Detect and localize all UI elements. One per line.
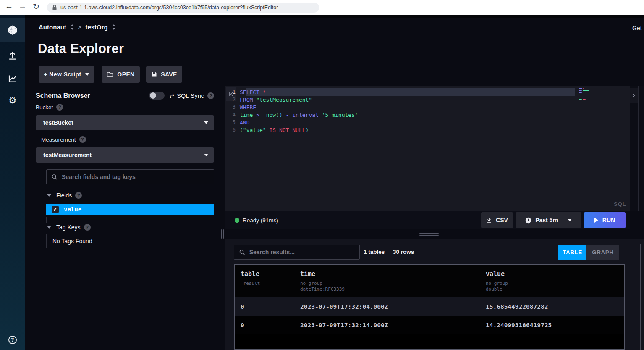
- measurement-label-row: Measurement ?: [41, 136, 86, 143]
- measurement-label: Measurement: [41, 137, 76, 143]
- settings-nav-item[interactable]: ⚙: [0, 94, 25, 107]
- page-title: Data Explorer: [38, 41, 124, 56]
- schema-search-input[interactable]: [62, 174, 209, 180]
- column-value: value no groupdouble: [486, 270, 624, 297]
- table-row: 0 2023-07-09T17:32:14.000Z 14.2409931864…: [235, 316, 624, 334]
- help-icon: ?: [8, 336, 17, 344]
- save-icon: [151, 71, 157, 77]
- open-button[interactable]: OPEN: [102, 66, 140, 83]
- new-script-button[interactable]: + New Script: [39, 66, 94, 83]
- csv-label: CSV: [496, 217, 508, 224]
- breadcrumb: Autonaut > testOrg: [39, 24, 115, 31]
- new-script-label: + New Script: [44, 71, 81, 78]
- vertical-splitter-handle[interactable]: [221, 229, 224, 239]
- tree-guide-line: [46, 234, 47, 248]
- influxdb-logo[interactable]: [0, 18, 25, 42]
- chevron-down-icon: [204, 154, 208, 156]
- gear-icon: ⚙: [9, 95, 17, 105]
- load-data-nav-item[interactable]: [0, 50, 25, 62]
- save-button[interactable]: SAVE: [146, 66, 182, 83]
- results-search-input[interactable]: [249, 249, 354, 255]
- status-text: Ready (91ms): [243, 217, 278, 224]
- schema-browser-title: Schema Browser: [36, 92, 90, 100]
- bucket-label: Bucket: [36, 104, 53, 111]
- influxdb-cube-icon: [7, 25, 18, 36]
- editor-minimap[interactable]: [579, 88, 594, 101]
- collapse-caret-icon[interactable]: [47, 226, 51, 229]
- rows-count: 30 rows: [393, 249, 414, 255]
- play-icon: [594, 218, 598, 223]
- field-item-value[interactable]: ✓ value: [46, 204, 214, 215]
- sql-sync-icon: ⇄: [170, 92, 175, 99]
- field-value-label: value: [64, 206, 81, 213]
- upload-icon: [8, 51, 17, 61]
- browser-chrome: ← → ↻ us-east-1-1.aws.cloud2.influxdata.…: [0, 0, 644, 15]
- bucket-help-icon[interactable]: ?: [56, 104, 63, 111]
- results-search[interactable]: [234, 245, 360, 260]
- address-bar[interactable]: us-east-1-1.aws.cloud2.influxdata.com/or…: [47, 3, 319, 13]
- tab-graph[interactable]: GRAPH: [586, 245, 619, 260]
- tag-keys-help-icon[interactable]: ?: [84, 224, 91, 231]
- schema-search[interactable]: [46, 169, 214, 184]
- fields-section-row: Fields ?: [47, 192, 82, 199]
- org-caret-icon[interactable]: [112, 24, 115, 30]
- bucket-value: testBucket: [43, 119, 73, 126]
- editor-divider-line: [576, 86, 576, 211]
- sql-sync-toggle[interactable]: [149, 92, 165, 100]
- line-chart-icon: [8, 74, 17, 83]
- horizontal-splitter-handle[interactable]: [419, 233, 439, 236]
- tree-guide-line: [41, 168, 41, 248]
- org-dropdown[interactable]: testOrg: [85, 24, 107, 31]
- fields-label: Fields: [56, 192, 72, 199]
- collapse-right-icon: [632, 93, 637, 98]
- account-dropdown[interactable]: Autonaut: [39, 24, 66, 31]
- lock-icon: [52, 5, 57, 11]
- column-time: time no groupdateTime:RFC3339: [300, 270, 486, 297]
- toggle-knob: [150, 92, 156, 99]
- browser-reload-icon[interactable]: ↻: [33, 2, 39, 11]
- code-line: 6 ("value" IS NOT NULL): [225, 126, 574, 134]
- fields-help-icon[interactable]: ?: [75, 192, 82, 199]
- sql-editor[interactable]: 1 SELECT * 2 FROM "testMeasurement" 3 WH…: [225, 86, 644, 211]
- tree-guide-line: [46, 217, 47, 223]
- bucket-select[interactable]: testBucket: [36, 115, 214, 130]
- status-dot-icon: [235, 218, 239, 223]
- code-line: 5 AND: [225, 118, 574, 126]
- chevron-down-icon: [568, 219, 572, 221]
- measurement-help-icon[interactable]: ?: [79, 136, 86, 143]
- editor-lines: 1 SELECT * 2 FROM "testMeasurement" 3 WH…: [225, 88, 574, 134]
- editor-right-strip: [630, 86, 644, 211]
- collapse-caret-icon[interactable]: [47, 194, 51, 197]
- account-caret-icon[interactable]: [71, 24, 74, 30]
- query-status-bar: Ready (91ms) CSV Past 5m RUN: [225, 211, 630, 229]
- collapse-right-button[interactable]: [630, 88, 639, 103]
- run-button[interactable]: RUN: [584, 212, 626, 228]
- schema-browser-header: Schema Browser ⇄ SQL Sync ?: [36, 92, 214, 100]
- results-scrollbar[interactable]: [640, 244, 641, 350]
- time-range-dropdown[interactable]: Past 5m: [516, 212, 581, 228]
- no-tags-text: No Tags Found: [52, 238, 92, 245]
- url-text: us-east-1-1.aws.cloud2.influxdata.com/or…: [60, 5, 278, 11]
- browser-forward-icon[interactable]: →: [18, 2, 26, 11]
- checkbox-checked-icon[interactable]: ✓: [52, 206, 59, 213]
- tag-keys-label: Tag Keys: [56, 224, 81, 231]
- code-line: 2 FROM "testMeasurement": [225, 96, 574, 103]
- csv-download-button[interactable]: CSV: [481, 212, 513, 228]
- time-range-label: Past 5m: [535, 217, 558, 224]
- sql-sync-label: SQL Sync: [177, 92, 204, 99]
- results-panel: 1 tables 30 rows TABLE GRAPH table _resu…: [225, 239, 644, 350]
- browser-back-icon[interactable]: ←: [5, 2, 13, 11]
- save-label: SAVE: [161, 71, 177, 78]
- tables-count: 1 tables: [364, 249, 385, 255]
- language-badge: SQL: [614, 201, 626, 207]
- data-explorer-nav-item[interactable]: [0, 72, 25, 85]
- measurement-select[interactable]: testMeasurement: [36, 147, 214, 163]
- help-nav-item[interactable]: ?: [0, 334, 25, 346]
- tag-keys-section-row: Tag Keys ?: [47, 224, 91, 231]
- tab-table[interactable]: TABLE: [558, 245, 586, 260]
- results-table: table _result time no groupdateTime:RFC3…: [234, 264, 625, 350]
- code-line: 1 SELECT *: [225, 88, 574, 96]
- measurement-value: testMeasurement: [43, 152, 92, 158]
- upgrade-banner-text[interactable]: Get: [632, 25, 642, 32]
- sql-sync-help-icon[interactable]: ?: [207, 92, 214, 99]
